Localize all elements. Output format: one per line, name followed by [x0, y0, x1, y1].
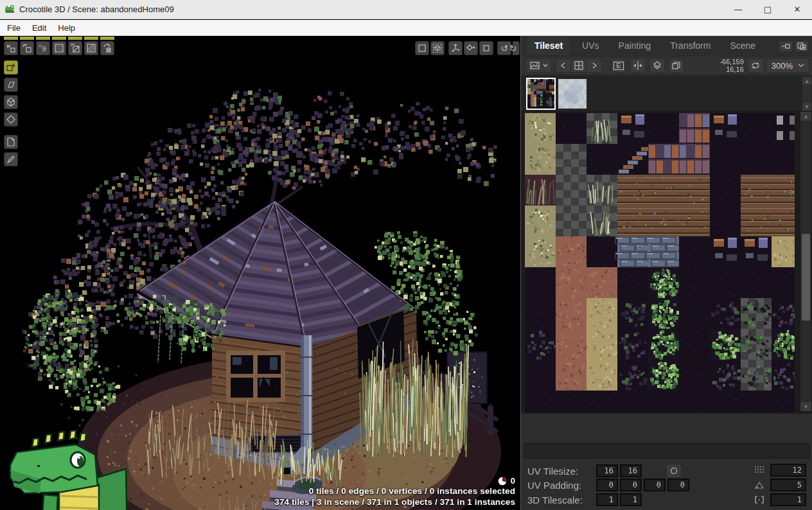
uv-tilesize-y-input[interactable] [620, 464, 642, 477]
uv-tilesize-x-input[interactable] [596, 464, 618, 477]
uv-link-button[interactable] [666, 464, 682, 478]
zoom-select[interactable]: 300% [766, 58, 809, 73]
selection-status: 0 tiles / 0 edges / 0 vertices / 0 insta… [274, 486, 515, 497]
scene-canvas[interactable] [0, 36, 520, 510]
tab-transform[interactable]: Transform [663, 37, 718, 55]
tilescale-label: 3D Tilescale: [527, 495, 594, 506]
tileset-image-dropdown[interactable] [526, 58, 552, 73]
tileset-thumbnail-2[interactable] [558, 79, 587, 109]
tool-strip [52, 37, 66, 40]
scroll-up-arrow[interactable]: ▲ [802, 77, 811, 85]
tab-painting[interactable]: Painting [612, 37, 658, 55]
tileset-vscrollbar[interactable]: ▲ ▼ [800, 112, 811, 411]
uv-tilesize-label: UV Tilesize: [527, 466, 594, 477]
dock-panel-button[interactable] [779, 40, 793, 52]
uv-padding-1-input[interactable] [596, 479, 618, 491]
scroll-up-arrow[interactable]: ▲ [800, 112, 811, 121]
crocotile-window: Crocotile 3D / Scene: abandonedHome09 — … [0, 0, 812, 510]
vertex-translate-button[interactable] [464, 41, 478, 55]
tool-strip [4, 37, 18, 40]
mode-draw-button[interactable] [4, 152, 18, 166]
tileset-canvas[interactable] [525, 113, 795, 412]
tileset-thumbnails: ▲ ▼ [521, 76, 812, 112]
tab-uvs[interactable]: UVs [575, 37, 606, 55]
tile-number-button[interactable]: 9 [36, 41, 50, 55]
brackets-icon [754, 495, 765, 504]
grid-dots-icon [754, 466, 765, 475]
mirror-button[interactable] [630, 58, 646, 73]
mode-face-button[interactable] [4, 78, 18, 92]
vscroll-thumb[interactable] [802, 234, 810, 321]
tab-tileset[interactable]: Tileset [527, 37, 570, 55]
thumbnail-scrollbar[interactable]: ▲ ▼ [802, 77, 811, 110]
tileset-toolbar: E -66,159 16,16 300% [521, 56, 812, 75]
viewport-3d[interactable]: 9 [0, 36, 520, 510]
close-button[interactable]: ✕ [782, 0, 812, 19]
cursor-coords: -66,159 16,16 [719, 58, 743, 73]
mode-tile-button[interactable] [4, 60, 18, 75]
clock-icon [498, 477, 507, 486]
uv-padding-2-input[interactable] [620, 479, 642, 491]
window-controls: — □ ✕ [723, 0, 812, 19]
tool-strip [36, 37, 50, 40]
snap-vertex-button[interactable] [4, 41, 18, 55]
menu-help[interactable]: Help [52, 21, 81, 35]
tool-strip [68, 37, 82, 40]
translate-tool-button[interactable] [448, 41, 463, 55]
maximize-button[interactable]: □ [753, 0, 782, 19]
clock-count: 0 [511, 476, 515, 486]
coords-pixels: -66,159 [719, 58, 743, 66]
tile-grid-button[interactable] [571, 58, 587, 73]
mode-page-button[interactable] [4, 135, 18, 149]
zoom-value: 300% [772, 61, 793, 71]
edit-tileset-button[interactable]: E [611, 58, 626, 73]
shade-tile-button[interactable] [84, 41, 98, 55]
angle-snap-input[interactable] [770, 479, 806, 491]
right-panel: Tileset UVs Painting Transform Scene [520, 36, 812, 510]
rotate-cw-button[interactable]: ↻ [513, 41, 520, 55]
crocotile-logo-icon [4, 4, 15, 15]
rotate-tile-button[interactable] [100, 41, 114, 55]
uv-padding-4-input[interactable] [667, 479, 689, 491]
duplicate-tile-button[interactable] [669, 58, 684, 73]
mode-prefab-button[interactable] [4, 112, 18, 127]
uv-settings: UV Tilesize: UV Padding: 3D Tilescale: [521, 460, 812, 510]
chevron-down-icon [543, 64, 548, 67]
uv-padding-3-input[interactable] [644, 479, 666, 491]
next-tileset-button[interactable] [587, 58, 602, 73]
scroll-down-arrow[interactable]: ▼ [800, 402, 811, 411]
tilescale-y-input[interactable] [620, 493, 642, 506]
uv-padding-label: UV Padding: [527, 480, 594, 491]
layers-diamond-button[interactable] [649, 58, 665, 73]
tilescale-x-input[interactable] [596, 493, 618, 506]
tool-strip [20, 37, 34, 40]
chevron-down-icon [798, 64, 804, 67]
light-tile-button[interactable] [68, 41, 82, 55]
svg-text:9: 9 [42, 45, 46, 53]
scene-totals: 374 tiles | 3 in scene / 371 in 1 object… [274, 497, 515, 507]
prev-tileset-button[interactable] [556, 58, 571, 73]
viewport-status: 0 0 tiles / 0 edges / 0 vertices / 0 ins… [274, 476, 515, 507]
scale-tool-button[interactable] [479, 41, 493, 55]
tool-strip [84, 37, 98, 40]
popout-panel-button[interactable] [795, 40, 809, 52]
coords-tile: 16,16 [719, 66, 743, 73]
sync-button[interactable] [747, 58, 764, 73]
minimize-button[interactable]: — [723, 0, 753, 19]
menubar: File Edit Help [0, 20, 812, 36]
dither-pattern-button[interactable] [52, 41, 66, 55]
cube-select-button[interactable] [430, 41, 445, 55]
marquee-select-button[interactable] [415, 41, 429, 55]
menu-file[interactable]: File [1, 21, 26, 35]
tab-scene[interactable]: Scene [723, 37, 763, 55]
menu-edit[interactable]: Edit [26, 21, 52, 35]
tileset-thumbnail-selected[interactable] [526, 78, 556, 110]
mode-block-button[interactable] [4, 95, 18, 109]
highlight-tile-button[interactable] [20, 41, 34, 55]
grid-size-input[interactable] [770, 464, 806, 477]
panel-tabs: Tileset UVs Painting Transform Scene [521, 36, 812, 56]
collapsed-section[interactable] [524, 443, 810, 459]
spacing-input[interactable] [770, 493, 806, 506]
scroll-down-arrow[interactable]: ▼ [802, 103, 811, 110]
window-title: Crocotile 3D / Scene: abandonedHome09 [19, 4, 174, 14]
